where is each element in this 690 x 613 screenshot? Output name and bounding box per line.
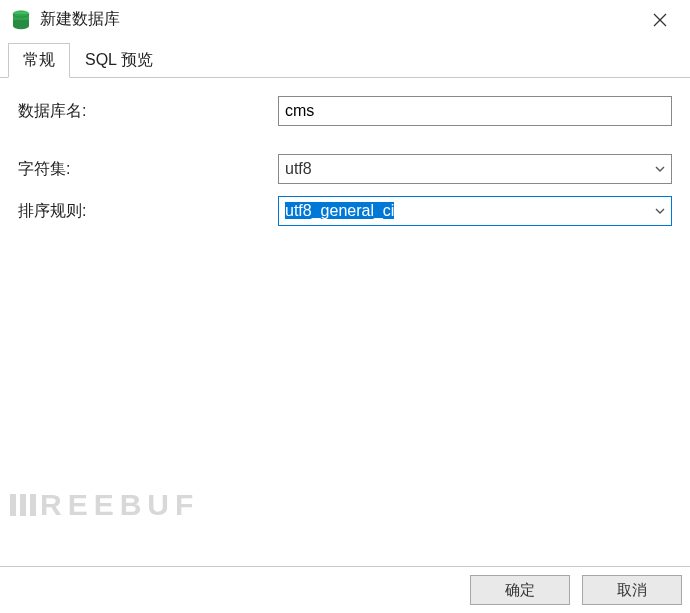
ok-button[interactable]: 确定	[470, 575, 570, 605]
form-area: 数据库名: 字符集: utf8 排序规则: utf8_	[0, 78, 690, 567]
ok-button-label: 确定	[505, 581, 535, 600]
button-bar: 确定 取消	[0, 567, 690, 613]
label-database-name: 数据库名:	[18, 101, 278, 122]
close-button[interactable]	[640, 0, 680, 40]
database-icon	[10, 9, 32, 31]
tab-row: 常规 SQL 预览	[0, 40, 690, 78]
cancel-button[interactable]: 取消	[582, 575, 682, 605]
watermark: REEBUF	[10, 488, 199, 522]
tab-sql-preview-label: SQL 预览	[85, 51, 153, 68]
dialog-window: 新建数据库 常规 SQL 预览 数据库名: 字符集: utf8	[0, 0, 690, 613]
title-bar: 新建数据库	[0, 0, 690, 40]
label-collation: 排序规则:	[18, 201, 278, 222]
combobox-collation[interactable]: utf8_general_ci	[278, 196, 672, 226]
input-database-name[interactable]	[278, 96, 672, 126]
window-title: 新建数据库	[40, 9, 120, 30]
cancel-button-label: 取消	[617, 581, 647, 600]
tab-sql-preview[interactable]: SQL 预览	[70, 43, 168, 77]
combobox-charset-value: utf8	[279, 160, 649, 178]
chevron-down-icon	[649, 163, 671, 175]
combobox-collation-value: utf8_general_ci	[279, 202, 649, 220]
row-database-name: 数据库名:	[18, 96, 672, 126]
row-collation: 排序规则: utf8_general_ci	[18, 196, 672, 226]
combobox-charset[interactable]: utf8	[278, 154, 672, 184]
tab-general[interactable]: 常规	[8, 43, 70, 78]
label-charset: 字符集:	[18, 159, 278, 180]
row-charset: 字符集: utf8	[18, 154, 672, 184]
close-icon	[653, 13, 667, 27]
chevron-down-icon	[649, 205, 671, 217]
tab-general-label: 常规	[23, 51, 55, 68]
